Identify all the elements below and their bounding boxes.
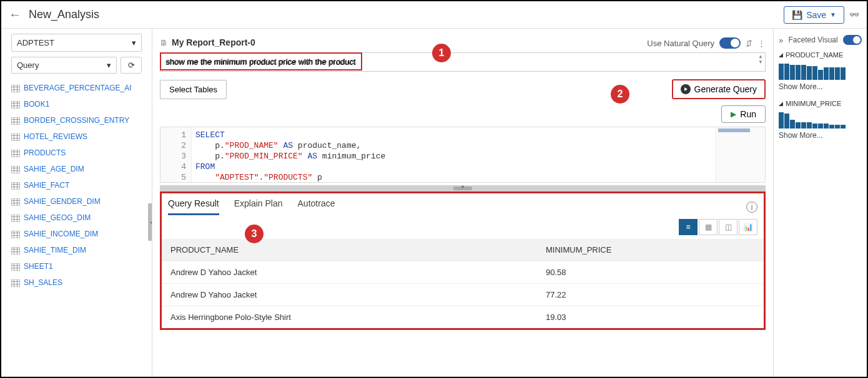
spinner-up-icon[interactable]: ▲ (758, 54, 763, 59)
table-row[interactable]: Andrew D Yahoo Jacket77.22 (162, 284, 764, 306)
table-row[interactable]: Axis Herringbone Polo-Style Shirt19.03 (162, 306, 764, 329)
column-header[interactable]: PRODUCT_NAME (162, 239, 537, 261)
tab-autotrace[interactable]: Autotrace (298, 198, 335, 215)
tab-query-result[interactable]: Query Result (168, 198, 219, 215)
svg-rect-45 (11, 231, 20, 238)
nq-input-row: show me the minimum product price with t… (160, 52, 766, 72)
generate-query-button[interactable]: Generate Query (672, 79, 766, 99)
minimap[interactable] (715, 127, 765, 182)
table-row[interactable]: Andrew D Yahoo Jacket90.58 (162, 261, 764, 284)
sql-editor[interactable]: 12345 SELECT p."PROD_NAME" AS product_na… (160, 127, 766, 183)
view-table-button[interactable]: ▦ (699, 219, 718, 235)
chevron-double-right-icon[interactable]: » (779, 36, 783, 45)
sidebar-table-item[interactable]: PRODUCTS (11, 145, 142, 161)
facet-header[interactable]: ◢PRODUCT_NAME (779, 51, 862, 59)
collapse-icon[interactable]: ⇵ (746, 39, 752, 48)
sidebar-table-item[interactable]: SAHIE_TIME_DIM (11, 242, 142, 258)
table-list: BEVERAGE_PERCENTAGE_AIBOOK1BORDER_CROSSI… (5, 80, 148, 291)
facet-column: ◢PRODUCT_NAMEShow More... (779, 51, 862, 91)
spark-bar (801, 65, 806, 80)
natural-query-toggle[interactable] (719, 37, 741, 49)
chevron-down-icon: ▾ (132, 38, 136, 47)
sidebar-right: » Faceted Visual ◢PRODUCT_NAMEShow More.… (773, 29, 867, 377)
facet-header[interactable]: ◢MINIMUM_PRICE (779, 100, 862, 107)
refresh-button[interactable]: ⟳ (121, 57, 142, 74)
schema-select[interactable]: ADPTEST ▾ (11, 34, 142, 52)
spark-bar (807, 66, 812, 80)
sidebar-table-item[interactable]: SAHIE_INCOME_DIM (11, 226, 142, 242)
cell: Andrew D Yahoo Jacket (162, 284, 537, 306)
triangle-icon: ◢ (779, 100, 783, 107)
report-icon: 🗎 (160, 38, 168, 47)
sidebar-table-item[interactable]: SAHIE_FACT (11, 177, 142, 193)
table-icon (11, 100, 20, 109)
sidebar-table-item[interactable]: BORDER_CROSSING_ENTRY (11, 112, 142, 128)
spark-bar (779, 112, 784, 128)
kebab-menu-icon[interactable]: ⋮ (757, 39, 766, 48)
table-name-label: SH_SALES (24, 278, 62, 287)
table-icon (11, 213, 20, 222)
table-icon (11, 278, 20, 287)
spinner-down-icon[interactable]: ▼ (758, 59, 763, 65)
view-data-button[interactable]: ≡ (679, 219, 698, 235)
sidebar-left: ADPTEST ▾ Query ▾ ⟳ BEVERAGE_PERCENTAGE_… (1, 29, 152, 377)
cell: 77.22 (537, 284, 764, 306)
view-split-button[interactable]: ◫ (719, 219, 737, 235)
spark-bar (779, 64, 784, 80)
faceted-toggle[interactable] (843, 35, 862, 45)
table-name-label: SAHIE_AGE_DIM (24, 165, 84, 173)
refresh-icon: ⟳ (128, 61, 135, 70)
select-tables-button[interactable]: Select Tables (160, 80, 227, 99)
table-name-label: SAHIE_TIME_DIM (24, 246, 86, 254)
sidebar-collapse-handle[interactable] (148, 203, 152, 241)
natural-query-input[interactable] (160, 52, 766, 72)
spark-bar (812, 124, 817, 128)
table-name-label: SHEET1 (24, 262, 53, 271)
sidebar-table-item[interactable]: BOOK1 (11, 96, 142, 112)
spark-bar (796, 65, 801, 80)
table-icon (11, 230, 20, 238)
sidebar-table-item[interactable]: SHEET1 (11, 258, 142, 274)
spark-bar (812, 66, 817, 80)
back-arrow-icon[interactable]: ← (9, 7, 21, 22)
sidebar-table-item[interactable]: BEVERAGE_PERCENTAGE_AI (11, 80, 142, 96)
result-tabs-row: Query ResultExplain PlanAutotrace i (162, 193, 764, 215)
play-green-icon: ▶ (731, 110, 736, 119)
spark-bar (790, 120, 795, 128)
table-name-label: BOOK1 (24, 100, 49, 109)
table-icon (11, 246, 20, 254)
svg-rect-10 (11, 117, 20, 125)
sidebar-table-item[interactable]: SAHIE_GEOG_DIM (11, 210, 142, 226)
table-icon (11, 197, 20, 206)
binoculars-icon[interactable]: 👓 (849, 10, 859, 19)
result-table: PRODUCT_NAMEMINIMUM_PRICE Andrew D Yahoo… (162, 239, 764, 328)
code-block[interactable]: SELECT p."PROD_NAME" AS product_name, p.… (192, 127, 389, 182)
run-button[interactable]: ▶ Run (721, 105, 766, 123)
spark-bar (790, 65, 795, 80)
sidebar-table-item[interactable]: SH_SALES (11, 274, 142, 291)
spark-bar (841, 67, 846, 80)
show-more-link[interactable]: Show More... (779, 82, 862, 91)
callout-1: 1 (432, 44, 451, 62)
query-type-select[interactable]: Query ▾ (11, 57, 117, 74)
info-icon[interactable]: i (746, 201, 757, 213)
line-gutter: 12345 (160, 127, 192, 182)
sparkline-chart[interactable] (779, 111, 862, 128)
faceted-visual-row: » Faceted Visual (779, 35, 862, 45)
sidebar-table-item[interactable]: SAHIE_GENDER_DIM (11, 193, 142, 210)
column-header[interactable]: MINIMUM_PRICE (537, 239, 764, 261)
show-more-link[interactable]: Show More... (779, 131, 862, 140)
view-chart-button[interactable]: 📊 (739, 219, 757, 235)
sparkline-chart[interactable] (779, 62, 862, 80)
horizontal-resizer[interactable] (160, 185, 766, 191)
save-button[interactable]: 💾 Save ▼ (784, 6, 844, 24)
svg-rect-35 (11, 198, 20, 206)
sidebar-table-item[interactable]: SAHIE_AGE_DIM (11, 161, 142, 177)
sidebar-table-item[interactable]: HOTEL_REVIEWS (11, 128, 142, 145)
spark-bar (841, 125, 846, 128)
cell: Axis Herringbone Polo-Style Shirt (162, 306, 537, 329)
main-layout: ADPTEST ▾ Query ▾ ⟳ BEVERAGE_PERCENTAGE_… (1, 29, 867, 377)
query-type-label: Query (17, 61, 39, 70)
svg-rect-0 (11, 85, 20, 92)
tab-explain-plan[interactable]: Explain Plan (234, 198, 283, 215)
